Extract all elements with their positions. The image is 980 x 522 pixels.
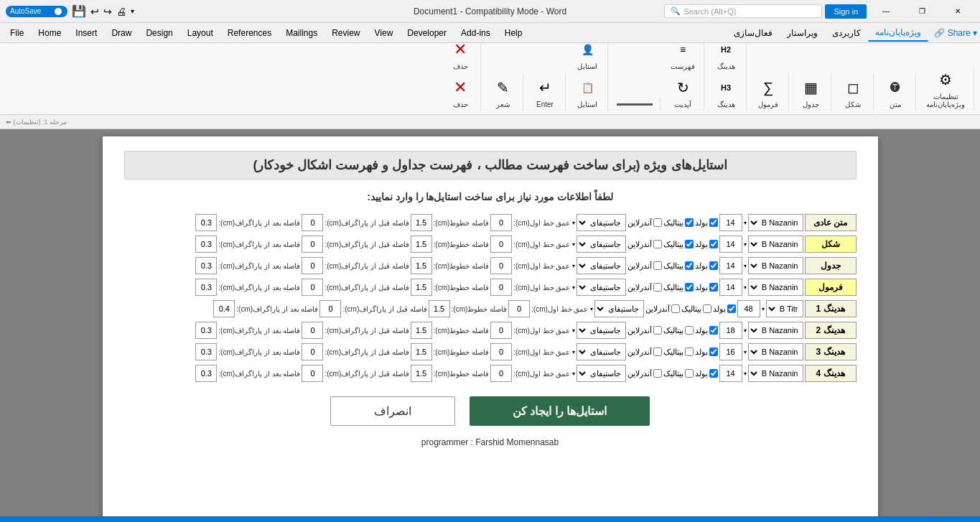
close-button[interactable]: ✕	[941, 0, 974, 23]
before-value-6[interactable]	[302, 343, 323, 360]
font-size-2[interactable]	[719, 257, 742, 274]
before-value-0[interactable]	[302, 214, 323, 231]
before-value-7[interactable]	[302, 365, 323, 382]
sign-in-button[interactable]: Sign in	[825, 4, 867, 19]
menu-addins[interactable]: Add-ins	[454, 25, 498, 41]
underline-check-3[interactable]: آندرلاین	[627, 283, 662, 292]
menu-fa-thesis[interactable]: ویژه‌پایان‌نامه	[868, 24, 928, 42]
font-select-7[interactable]: B Nazanin	[748, 365, 803, 382]
font-size-5[interactable]	[719, 322, 742, 339]
bold-check-4[interactable]: بولد	[713, 304, 736, 314]
align-select-7[interactable]: جاستیفای	[577, 365, 626, 382]
ribbon-btn-poem[interactable]: ✎ شعر	[487, 73, 518, 111]
align-select-2[interactable]: جاستیفای	[577, 257, 626, 274]
ribbon-btn-delete2[interactable]: ✕ حذف	[444, 73, 476, 111]
linespace-value-7[interactable]	[411, 365, 432, 382]
redo-icon[interactable]: ↪	[103, 6, 112, 17]
linespace-value-3[interactable]	[411, 279, 432, 296]
after-value-5[interactable]	[195, 322, 217, 339]
linespace-value-4[interactable]	[429, 300, 450, 317]
font-select-0[interactable]: B Nazanin	[748, 214, 803, 231]
ribbon-btn-toc2[interactable]: ≡ فهرست	[666, 43, 699, 73]
font-size-1[interactable]	[719, 236, 742, 253]
after-value-6[interactable]	[195, 343, 217, 360]
indent-value-2[interactable]	[490, 257, 512, 274]
indent-value-5[interactable]	[490, 322, 512, 339]
font-size-3[interactable]	[719, 279, 742, 296]
font-select-5[interactable]: B Nazanin	[748, 322, 803, 339]
linespace-value-1[interactable]	[411, 236, 432, 253]
bold-check-6[interactable]: بولد	[695, 348, 718, 357]
menu-file[interactable]: File	[3, 25, 31, 41]
font-size-7[interactable]	[719, 365, 742, 382]
after-value-4[interactable]	[213, 300, 235, 317]
after-value-2[interactable]	[195, 257, 217, 274]
menu-view[interactable]: View	[368, 25, 401, 41]
underline-check-0[interactable]: آندرلاین	[627, 218, 662, 228]
align-select-6[interactable]: جاستیفای	[577, 343, 626, 360]
autosave-badge[interactable]: AutoSave	[6, 6, 67, 17]
cancel-button[interactable]: انصراف	[330, 396, 455, 426]
ribbon-btn-enter[interactable]: ↵ Enter	[529, 73, 561, 111]
font-select-2[interactable]: B Nazanin	[748, 257, 803, 274]
font-select-3[interactable]: B Nazanin	[748, 279, 803, 296]
bold-check-5[interactable]: بولد	[695, 326, 718, 335]
bold-check-3[interactable]: بولد	[695, 283, 718, 292]
ribbon-btn-heading3[interactable]: H3 هدینگ	[710, 73, 742, 111]
menu-layout[interactable]: Layout	[180, 25, 220, 41]
ribbon-btn-style2[interactable]: 📋 استایل	[571, 73, 603, 111]
bold-check-1[interactable]: بولد	[695, 240, 718, 249]
create-styles-button[interactable]: استایل‌ها را ایجاد کن	[470, 396, 650, 426]
before-value-2[interactable]	[302, 257, 323, 274]
align-select-0[interactable]: جاستیفای	[577, 214, 626, 231]
align-select-4[interactable]: جاستیفای	[594, 300, 644, 317]
align-select-5[interactable]: جاستیفای	[577, 322, 626, 339]
restore-button[interactable]: ❐	[905, 0, 938, 23]
before-value-4[interactable]	[319, 300, 341, 317]
minimize-button[interactable]: —	[869, 0, 902, 23]
font-size-6[interactable]	[719, 343, 742, 360]
linespace-value-0[interactable]	[411, 214, 432, 231]
indent-value-4[interactable]	[508, 300, 530, 317]
menu-design[interactable]: Design	[139, 25, 179, 41]
indent-value-3[interactable]	[490, 279, 512, 296]
underline-check-2[interactable]: آندرلاین	[627, 261, 662, 271]
autosave-toggle[interactable]	[43, 6, 63, 17]
italic-check-1[interactable]: بیتالیک	[663, 240, 694, 249]
customize-icon[interactable]: ▾	[131, 7, 134, 15]
menu-fa-editor[interactable]: ویراستار	[780, 25, 825, 41]
align-select-1[interactable]: جاستیفای	[577, 236, 626, 253]
align-select-3[interactable]: جاستیفای	[577, 279, 626, 296]
before-value-3[interactable]	[302, 279, 323, 296]
ribbon-btn-shape[interactable]: ◻ شکل	[837, 73, 869, 111]
menu-fa-activate[interactable]: فعال‌سازی	[727, 25, 780, 41]
ribbon-btn-text[interactable]: 🅣 متن	[879, 73, 911, 111]
before-value-1[interactable]	[302, 236, 323, 253]
after-value-0[interactable]	[195, 214, 217, 231]
menu-draw[interactable]: Draw	[104, 25, 139, 41]
ribbon-btn-style1[interactable]: 👤 استایل	[571, 43, 603, 73]
bold-check-2[interactable]: بولد	[695, 261, 718, 271]
print-icon[interactable]: 🖨	[116, 6, 126, 17]
before-value-5[interactable]	[302, 322, 323, 339]
underline-check-6[interactable]: آندرلاین	[627, 348, 662, 357]
linespace-value-2[interactable]	[411, 257, 432, 274]
italic-check-6[interactable]: بیتالیک	[663, 348, 694, 357]
italic-check-3[interactable]: بیتالیک	[663, 283, 694, 292]
underline-check-5[interactable]: آندرلاین	[627, 326, 662, 335]
indent-value-7[interactable]	[490, 365, 512, 382]
menu-review[interactable]: Review	[325, 25, 367, 41]
linespace-value-5[interactable]	[411, 322, 432, 339]
italic-check-2[interactable]: بیتالیک	[663, 261, 694, 271]
ribbon-btn-table[interactable]: ▦ جدول	[795, 73, 826, 111]
ribbon-btn-formula[interactable]: ∑ فرمول	[752, 73, 784, 111]
italic-check-7[interactable]: بیتالیک	[663, 369, 694, 378]
indent-value-1[interactable]	[490, 236, 512, 253]
after-value-7[interactable]	[195, 365, 217, 382]
italic-check-0[interactable]: بیتالیک	[663, 218, 694, 228]
menu-references[interactable]: References	[220, 25, 279, 41]
bold-check-7[interactable]: بولد	[695, 369, 718, 378]
ribbon-btn-update[interactable]: ↻ آپدیت	[667, 73, 699, 111]
font-select-4[interactable]: B Titr	[766, 300, 803, 317]
linespace-value-6[interactable]	[411, 343, 432, 360]
